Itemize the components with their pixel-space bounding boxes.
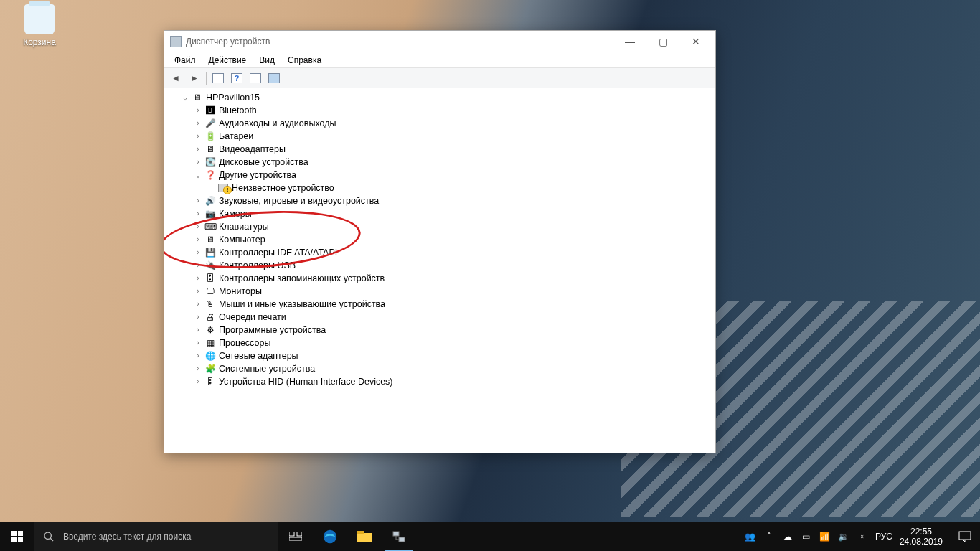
menu-file[interactable]: Файл <box>169 54 202 67</box>
chevron-icon[interactable]: › <box>193 349 203 362</box>
tray-chevron-up-icon[interactable]: ˄ <box>763 531 775 542</box>
chevron-icon[interactable]: ⌄ <box>180 91 190 104</box>
clock-time: 22:55 <box>900 527 943 537</box>
chevron-icon[interactable]: ⌄ <box>193 169 203 182</box>
aud-icon: 🎤 <box>204 118 216 129</box>
people-icon[interactable]: 👥 <box>745 531 756 542</box>
svg-rect-8 <box>393 532 399 536</box>
device-tree[interactable]: ⌄🖥HPPavilion15›🅱Bluetooth›🎤Аудиовходы и … <box>164 88 715 453</box>
chevron-icon[interactable]: › <box>193 298 203 311</box>
chevron-icon[interactable]: › <box>193 259 203 272</box>
tree-item-14[interactable]: ›🖱Мыши и иные указывающие устройства <box>167 298 715 311</box>
chevron-icon[interactable]: › <box>193 311 203 324</box>
tree-item-label: Процессоры <box>219 336 270 349</box>
tree-item-2[interactable]: ›🔋Батареи <box>167 130 715 143</box>
tree-item-label: Устройства HID (Human Interface Devices) <box>219 375 393 388</box>
tree-item-11[interactable]: ›🔌Контроллеры USB <box>167 259 715 272</box>
clock[interactable]: 22:55 24.08.2019 <box>900 527 943 547</box>
search-icon <box>43 531 55 542</box>
chevron-icon[interactable]: › <box>193 285 203 298</box>
tree-item-18[interactable]: ›🌐Сетевые адаптеры <box>167 349 715 362</box>
start-button[interactable] <box>0 522 34 551</box>
nav-back-button[interactable]: ◄ <box>167 70 184 86</box>
scan-button[interactable] <box>265 70 283 86</box>
chevron-icon[interactable]: › <box>193 194 203 207</box>
chevron-icon[interactable]: › <box>193 143 203 156</box>
chevron-icon[interactable]: › <box>193 375 203 388</box>
taskbar-search[interactable]: Введите здесь текст для поиска <box>34 522 278 551</box>
recycle-bin[interactable]: Корзина <box>14 4 65 47</box>
menu-view[interactable]: Вид <box>253 54 281 67</box>
menu-help[interactable]: Справка <box>282 54 327 67</box>
chevron-icon[interactable]: › <box>193 130 203 143</box>
tree-item-13[interactable]: ›🖵Мониторы <box>167 285 715 298</box>
tree-item-1[interactable]: ›🎤Аудиовходы и аудиовыходы <box>167 117 715 130</box>
device-manager-taskbar-button[interactable] <box>382 522 416 551</box>
svg-rect-9 <box>399 537 405 542</box>
action-center-button[interactable] <box>950 522 980 551</box>
chevron-icon[interactable]: › <box>193 362 203 375</box>
wifi-icon[interactable]: 📶 <box>819 531 831 542</box>
task-view-button[interactable] <box>278 522 313 551</box>
volume-icon[interactable]: 🔉 <box>838 531 849 542</box>
chevron-icon[interactable]: › <box>193 220 203 233</box>
edge-taskbar-button[interactable] <box>313 522 347 551</box>
tree-item-label: Контроллеры IDE ATA/ATAPI <box>219 246 337 259</box>
chevron-icon[interactable]: › <box>193 336 203 349</box>
minimize-button[interactable]: — <box>613 31 646 52</box>
tree-item-17[interactable]: ›▦Процессоры <box>167 336 715 349</box>
tree-item-label: Системные устройства <box>219 362 315 375</box>
chevron-icon[interactable]: › <box>193 324 203 336</box>
language-indicator[interactable]: РУС <box>875 532 892 542</box>
tree-item-7[interactable]: ›📷Камеры <box>167 207 715 220</box>
tree-item-label: Контроллеры USB <box>219 259 296 272</box>
tree-item-19[interactable]: ›🧩Системные устройства <box>167 362 715 375</box>
app-icon <box>170 36 182 47</box>
tree-child-5-0[interactable]: Неизвестное устройство <box>167 182 715 194</box>
tree-item-16[interactable]: ›⚙Программные устройства <box>167 324 715 336</box>
close-button[interactable]: ✕ <box>679 31 712 52</box>
chevron-icon[interactable]: › <box>193 246 203 259</box>
tree-item-9[interactable]: ›🖥Компьютер <box>167 233 715 246</box>
tree-item-0[interactable]: ›🅱Bluetooth <box>167 104 715 117</box>
tree-item-label: Звуковые, игровые и видеоустройства <box>219 194 379 207</box>
folder-icon <box>357 531 372 542</box>
tree-item-12[interactable]: ›🗄Контроллеры запоминающих устройств <box>167 272 715 285</box>
explorer-taskbar-button[interactable] <box>347 522 382 551</box>
clock-date: 24.08.2019 <box>900 537 943 547</box>
mouse-icon: 🖱 <box>204 298 216 310</box>
showhide-button[interactable] <box>247 70 264 86</box>
chevron-icon[interactable]: › <box>193 156 203 169</box>
bluetooth-tray-icon[interactable]: ᚼ <box>857 531 868 542</box>
toolbar: ◄ ► <box>164 68 715 88</box>
nav-forward-button[interactable]: ► <box>186 70 203 86</box>
tree-item-5[interactable]: ⌄❓Другие устройства <box>167 169 715 182</box>
tree-item-3[interactable]: ›🖥Видеоадаптеры <box>167 143 715 156</box>
tree-root[interactable]: ⌄🖥HPPavilion15 <box>167 91 715 104</box>
tree-item-10[interactable]: ›💾Контроллеры IDE ATA/ATAPI <box>167 246 715 259</box>
window-title: Диспетчер устройств <box>186 37 613 47</box>
tree-item-label: Очереди печати <box>219 311 286 324</box>
titlebar[interactable]: Диспетчер устройств — ▢ ✕ <box>164 31 715 52</box>
tree-item-20[interactable]: ›🎛Устройства HID (Human Interface Device… <box>167 375 715 388</box>
onedrive-icon[interactable]: ☁ <box>782 531 793 542</box>
tree-item-15[interactable]: ›🖨Очереди печати <box>167 311 715 324</box>
tree-item-4[interactable]: ›💽Дисковые устройства <box>167 156 715 169</box>
chevron-icon[interactable]: › <box>193 117 203 130</box>
chevron-icon[interactable]: › <box>193 104 203 117</box>
properties-button[interactable] <box>209 70 227 86</box>
menu-action[interactable]: Действие <box>203 54 253 67</box>
toolbar-separator <box>206 72 207 85</box>
battery-icon[interactable]: ▭ <box>801 531 812 542</box>
sys-icon: 🧩 <box>204 363 216 375</box>
chevron-icon[interactable]: › <box>193 207 203 220</box>
chevron-icon[interactable]: › <box>193 272 203 285</box>
help-button[interactable] <box>228 70 245 86</box>
chevron-icon[interactable]: › <box>193 233 203 246</box>
tree-item-label: Другие устройства <box>219 169 296 182</box>
tree-item-6[interactable]: ›🔊Звуковые, игровые и видеоустройства <box>167 194 715 207</box>
maximize-button[interactable]: ▢ <box>646 31 679 52</box>
tree-item-8[interactable]: ›⌨Клавиатуры <box>167 220 715 233</box>
tree-item-label: HPPavilion15 <box>206 91 260 104</box>
vid-icon: 🖥 <box>204 143 216 155</box>
